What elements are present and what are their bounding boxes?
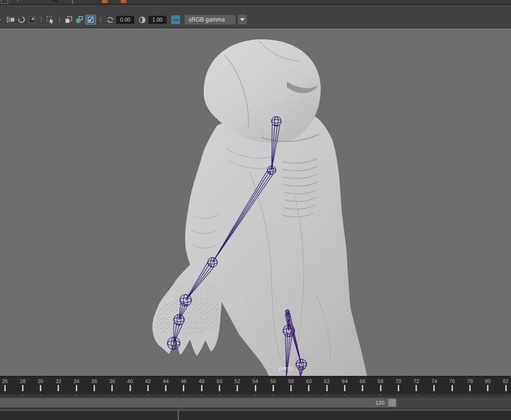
wireframe-on-shaded-icon[interactable] <box>64 15 73 24</box>
color-management-toggle[interactable]: ON <box>171 15 180 24</box>
orange-shelf-icon[interactable] <box>102 0 108 3</box>
frame-tick <box>398 385 399 391</box>
frame-minitick <box>22 394 23 396</box>
frame-minitick <box>434 394 435 396</box>
frame-tick <box>219 385 220 391</box>
xray-icon[interactable] <box>85 15 96 24</box>
exposure-field[interactable] <box>116 16 134 24</box>
frame-label: 28 <box>20 378 25 384</box>
frame-minitick <box>166 394 166 396</box>
gamma-icon[interactable] <box>138 15 146 24</box>
lighting-partial-icon[interactable] <box>0 15 5 24</box>
frame-label: 76 <box>449 378 455 384</box>
frame-label: 46 <box>181 378 187 384</box>
frame-tick <box>380 385 381 391</box>
torso-and-arm <box>153 113 367 376</box>
frame-label: 48 <box>199 378 204 384</box>
frame-tick <box>183 385 184 391</box>
frame-label: 58 <box>288 378 294 384</box>
frame-label: 80 <box>485 378 491 384</box>
frame-minitick <box>505 394 506 396</box>
time-slider[interactable]: 2628303234363840424446485052545658606264… <box>0 376 511 394</box>
frame-label: 66 <box>360 378 366 384</box>
scene-canvas <box>0 28 511 376</box>
toolbar-separator <box>59 16 60 23</box>
frame-minitick <box>416 394 417 396</box>
flag-partial-icon[interactable] <box>53 0 59 2</box>
frame-label: 50 <box>216 378 222 384</box>
frame-minitick <box>398 394 399 396</box>
toolbar-separator <box>100 16 101 23</box>
character-model[interactable] <box>153 113 367 376</box>
frame-label: 74 <box>431 378 437 384</box>
frame-tick <box>58 385 59 391</box>
frame-minitick <box>237 394 238 396</box>
frame-label: 30 <box>37 378 43 384</box>
frame-tick <box>505 385 507 391</box>
frame-minitick <box>201 394 202 396</box>
frame-label: 78 <box>467 378 473 384</box>
frame-tick <box>452 385 453 391</box>
frame-minitick <box>40 394 41 396</box>
frame-tick <box>416 385 417 391</box>
frame-tick <box>308 385 309 391</box>
range-slider-bar[interactable]: 120 <box>0 398 397 408</box>
view-transform-value: sRGB gamma <box>185 16 225 23</box>
frame-label: 64 <box>342 378 347 384</box>
frame-minitick <box>469 394 470 396</box>
frame-minitick <box>255 394 256 396</box>
frame-minitick <box>147 394 148 396</box>
frame-minitick <box>326 394 327 396</box>
frame-label: 44 <box>163 378 168 384</box>
toolbar-separator <box>41 16 42 23</box>
frame-label: 52 <box>235 378 240 384</box>
view-transform-dropdown[interactable]: sRGB gamma <box>185 15 236 24</box>
frame-tick <box>326 385 328 391</box>
frame-tick <box>94 385 95 391</box>
frame-label: 26 <box>2 378 8 384</box>
exposure-icon[interactable] <box>106 15 114 24</box>
view-transform-dropdown-arrow[interactable] <box>238 15 247 24</box>
shadows-icon[interactable] <box>28 15 36 24</box>
all-lights-icon[interactable] <box>7 15 15 24</box>
frame-minitick <box>94 394 95 396</box>
frame-tick <box>255 385 256 391</box>
chevron-down-icon <box>240 18 245 21</box>
color-management-on-icon: ON <box>172 16 179 23</box>
perspective-viewport[interactable]: persp <box>0 27 511 376</box>
plus-icon[interactable]: + <box>16 0 20 3</box>
isolate-select-icon[interactable] <box>46 15 55 24</box>
frame-tick <box>237 385 238 391</box>
textured-icon[interactable] <box>75 15 83 24</box>
frame-tick <box>273 385 274 391</box>
frame-minitick <box>183 394 184 396</box>
range-slider: 120 <box>0 396 511 409</box>
frame-label: 70 <box>395 378 401 384</box>
frame-minitick <box>76 394 77 396</box>
frame-minitick <box>112 394 113 396</box>
frame-tick <box>4 385 6 391</box>
frame-label: 56 <box>270 378 276 384</box>
command-line-input[interactable] <box>0 411 178 420</box>
marquee-partial-icon[interactable] <box>1 0 8 4</box>
viewport-toolbar: ON sRGB gamma <box>0 5 511 27</box>
frame-minitick <box>130 394 131 396</box>
frame-minitick <box>291 394 292 396</box>
frame-label: 38 <box>109 378 115 384</box>
command-line-result[interactable] <box>179 411 511 420</box>
range-end-handle[interactable] <box>388 399 396 407</box>
frame-tick <box>22 385 24 391</box>
frame-label: 60 <box>306 378 312 384</box>
flat-lighting-icon[interactable] <box>17 15 26 24</box>
frame-minitick <box>344 394 345 396</box>
gamma-field[interactable] <box>148 16 166 24</box>
frame-label: 82 <box>503 378 509 384</box>
frame-tick <box>147 385 149 391</box>
frame-label: 62 <box>324 378 330 384</box>
orange-shelf-icon[interactable] <box>120 0 127 3</box>
frame-tick <box>290 385 292 391</box>
maya-window: + <box>0 0 511 420</box>
frame-tick <box>165 385 166 391</box>
frame-tick <box>76 385 77 391</box>
camera-label: persp <box>279 365 293 372</box>
